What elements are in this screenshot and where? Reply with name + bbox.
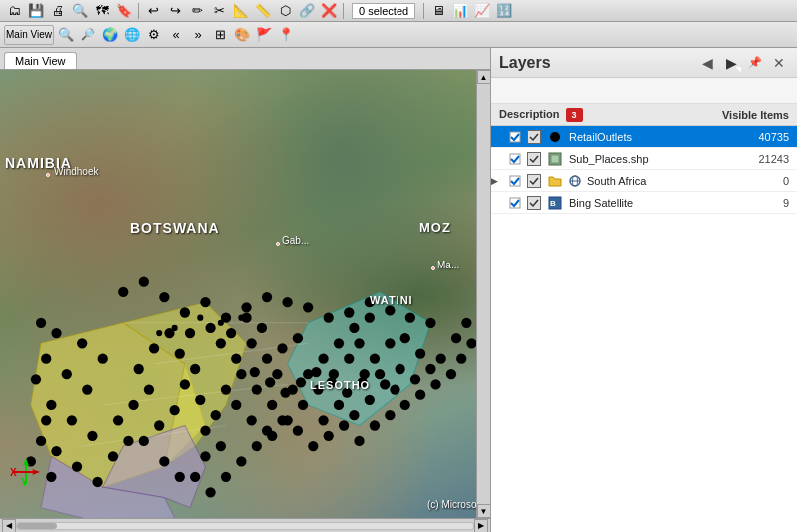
toolbar-icon-18[interactable]: 📈 [472, 1, 492, 21]
toolbar-icon-14[interactable]: 🔗 [297, 1, 317, 21]
layers-header: Layers ◀ ▶ 📌 ✕ [491, 48, 797, 78]
hscroll-track [16, 522, 474, 530]
layers-close-btn[interactable]: ✕ [769, 53, 789, 73]
svg-point-11 [62, 369, 72, 379]
layer-count-sub: 21243 [742, 153, 797, 165]
svg-point-139 [342, 387, 352, 397]
layer-name-sub: Sub_Places.shp [567, 153, 742, 165]
hscroll-right-btn[interactable]: ▶ [474, 519, 488, 533]
svg-point-14 [67, 415, 77, 425]
layers-panel: Layers ◀ ▶ 📌 ✕ Description 3 Visible Ite… [491, 48, 797, 532]
map-tool-flag[interactable]: 🚩 [254, 25, 274, 45]
svg-point-33 [216, 441, 226, 451]
toolbar-icon-9[interactable]: ✏ [187, 1, 207, 21]
toolbar-icon-4[interactable]: 🔍 [70, 1, 90, 21]
svg-point-144 [218, 320, 224, 326]
layer-check-bing[interactable] [507, 195, 523, 211]
svg-point-102 [36, 436, 46, 446]
layers-back-btn[interactable]: ◀ [697, 53, 717, 73]
vscroll-down-btn[interactable]: ▼ [477, 504, 491, 518]
toolbar-icon-2[interactable]: 💾 [26, 1, 46, 21]
svg-point-135 [280, 387, 290, 397]
layer-name-sa: South Africa [585, 175, 742, 187]
svg-point-62 [298, 400, 308, 410]
layer-row-retail[interactable]: RetailOutlets 40735 [491, 126, 797, 148]
map-tool-palette[interactable]: 🎨 [232, 25, 252, 45]
col-badge[interactable]: 3 [566, 108, 583, 122]
svg-point-120 [400, 400, 410, 410]
map-tool-zoom-in[interactable]: 🔍 [56, 25, 76, 45]
map-tool-globe2[interactable]: 🌐 [122, 25, 142, 45]
toolbar-icon-11[interactable]: 📐 [231, 1, 251, 21]
map-compass: Y X [10, 456, 42, 488]
svg-point-85 [405, 313, 415, 323]
toolbar-icon-5[interactable]: 🗺 [92, 1, 112, 21]
map-tool-globe[interactable]: 🌍 [100, 25, 120, 45]
selected-badge: 0 selected [352, 3, 415, 19]
layers-forward-btn[interactable]: ▶ [721, 53, 741, 73]
svg-point-28 [190, 364, 200, 374]
layer-vis-bing[interactable] [527, 196, 541, 210]
layer-expand-sa: ▶ [491, 176, 505, 186]
layer-row-subplaces[interactable]: Sub_Places.shp 21243 [491, 148, 797, 170]
map-tool-gear[interactable]: ⚙ [144, 25, 164, 45]
toolbar-icon-15[interactable]: ❌ [319, 1, 339, 21]
map-tool-pin[interactable]: 📍 [276, 25, 296, 45]
map-vscrollbar[interactable]: ▲ ▼ [476, 70, 490, 518]
svg-point-83 [365, 297, 375, 307]
toolbar-icon-7[interactable]: ↩ [143, 1, 163, 21]
svg-point-32 [200, 425, 210, 435]
svg-point-153 [550, 132, 560, 142]
svg-point-87 [400, 333, 410, 343]
layer-vis-sa[interactable] [527, 174, 541, 188]
hscroll-left-btn[interactable]: ◀ [2, 519, 16, 533]
toolbar-icon-3[interactable]: 🖨 [48, 1, 68, 21]
layer-vis-retail[interactable] [527, 130, 541, 144]
svg-point-100 [31, 374, 41, 384]
svg-point-110 [252, 441, 262, 451]
svg-point-13 [46, 400, 56, 410]
svg-point-25 [149, 343, 159, 353]
svg-point-95 [334, 400, 344, 410]
layer-icon-bing: B [545, 193, 565, 213]
map-tool-mainview[interactable]: Main View [4, 25, 54, 45]
copyright-text: (c) Microsoft [427, 499, 482, 510]
map-scrollbar[interactable]: ◀ ▶ [0, 518, 490, 532]
layer-row-southafrica[interactable]: ▶ [491, 170, 797, 192]
layer-row-bing[interactable]: B Bing Satellite 9 [491, 192, 797, 214]
toolbar-icon-17[interactable]: 📊 [450, 1, 470, 21]
map-tool-zoom-out[interactable]: 🔎 [78, 25, 98, 45]
map-tool-grid[interactable]: ⊞ [210, 25, 230, 45]
toolbar-sep-3 [423, 3, 424, 19]
map-svg [0, 70, 490, 518]
toolbar-icon-16[interactable]: 🖥 [428, 1, 448, 21]
svg-point-141 [156, 330, 162, 336]
svg-point-108 [221, 472, 231, 482]
layers-pin-btn[interactable]: 📌 [745, 53, 765, 73]
svg-point-80 [303, 302, 313, 312]
map-tool-forward[interactable]: » [188, 25, 208, 45]
svg-point-20 [123, 436, 133, 446]
layer-vis-sub[interactable] [527, 152, 541, 166]
layer-name-retail: RetailOutlets [567, 131, 742, 143]
map-tab-mainview[interactable]: Main View [4, 52, 77, 69]
map-content[interactable]: NAMIBIA BOTSWANA MOZ LESOTHO WATINI Wind… [0, 70, 490, 518]
toolbar-icon-13[interactable]: ⬡ [275, 1, 295, 21]
svg-point-51 [349, 323, 359, 333]
vscroll-up-btn[interactable]: ▲ [477, 70, 491, 84]
layer-check-sub[interactable] [507, 151, 523, 167]
toolbar-icon-10[interactable]: ✂ [209, 1, 229, 21]
layers-toolbar [491, 78, 797, 104]
map-tool-back[interactable]: « [166, 25, 186, 45]
svg-point-22 [128, 400, 138, 410]
toolbar-icon-6[interactable]: 🔖 [114, 1, 134, 21]
hscroll-thumb[interactable] [17, 523, 57, 529]
toolbar-icon-12[interactable]: 📏 [253, 1, 273, 21]
toolbar-icon-1[interactable]: 🗂 [4, 1, 24, 21]
toolbar-icon-19[interactable]: 🔢 [494, 1, 514, 21]
svg-point-96 [318, 415, 328, 425]
layer-check-sa[interactable] [507, 173, 523, 189]
layer-check-retail[interactable] [507, 129, 523, 145]
toolbar-icon-8[interactable]: ↪ [165, 1, 185, 21]
layer-icon-sub [545, 149, 565, 169]
